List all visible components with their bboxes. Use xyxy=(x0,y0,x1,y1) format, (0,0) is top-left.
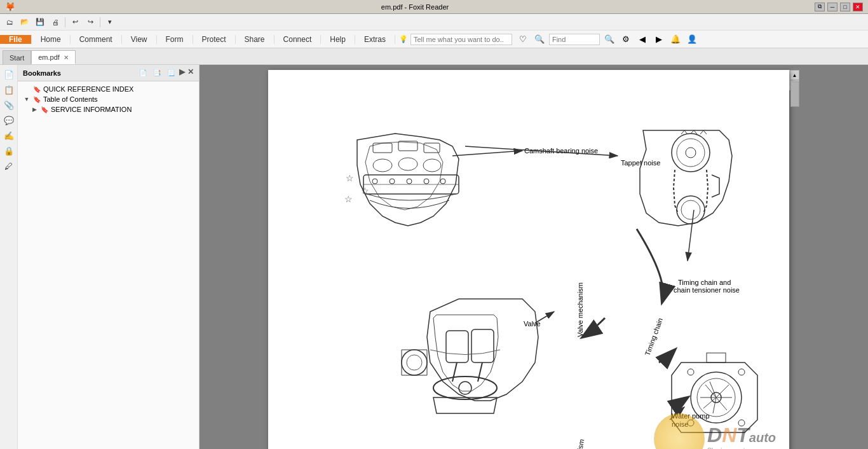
close-btn[interactable]: ✕ xyxy=(853,3,863,11)
tab-home[interactable]: Home xyxy=(32,35,71,44)
left-engine-top: ☆ ☆ ☆ xyxy=(344,134,459,226)
favorites-btn[interactable]: ♡ xyxy=(516,32,530,46)
attachments-icon[interactable]: 📎 xyxy=(2,98,16,112)
ribbon: File Home Comment View Form Protect Shar… xyxy=(0,31,868,48)
window-title: em.pdf - Foxit Reader xyxy=(15,3,815,11)
help-search-area: 💡 xyxy=(395,34,516,45)
customize-btn[interactable]: ▾ xyxy=(103,16,117,29)
help-search-input[interactable] xyxy=(410,34,512,45)
svg-point-9 xyxy=(390,179,395,184)
bookmark-quick-ref[interactable]: 🔖 QUICK REFERENCE INDEX xyxy=(18,84,199,94)
signatures-icon[interactable]: ✍ xyxy=(2,128,16,142)
bookmark-label-toc: Table of Contents xyxy=(43,95,98,103)
find-input[interactable] xyxy=(549,34,600,45)
svg-rect-27 xyxy=(471,329,494,363)
right-engine-top xyxy=(640,130,732,226)
tab-protect[interactable]: Protect xyxy=(193,35,236,44)
tab-share[interactable]: Share xyxy=(236,35,275,44)
svg-line-28 xyxy=(452,363,457,382)
close-tab-btn[interactable]: ✕ xyxy=(64,54,69,61)
open-btn[interactable]: 📂 xyxy=(18,16,32,29)
prev-btn[interactable]: ◀ xyxy=(635,32,649,46)
engine-diagram: ☆ ☆ ☆ Camshaft bearing noise Tappet nois… xyxy=(281,83,776,449)
minimize-btn[interactable]: ─ xyxy=(827,3,837,11)
tab-em-pdf[interactable]: em.pdf ✕ xyxy=(31,50,76,64)
tab-extras[interactable]: Extras xyxy=(355,35,395,44)
svg-point-31 xyxy=(459,382,471,394)
expand-toc[interactable]: ▼ xyxy=(23,95,31,103)
bookmarks-sidebar: Bookmarks 📄 📑 📃 ▶ ✕ 🔖 QUICK REFERENCE IN… xyxy=(18,65,200,449)
expand-service[interactable]: ▶ xyxy=(31,106,38,113)
comments-icon[interactable]: 💬 xyxy=(2,113,16,127)
tab-help[interactable]: Help xyxy=(321,35,355,44)
next-btn[interactable]: ▶ xyxy=(652,32,666,46)
svg-point-30 xyxy=(433,376,497,399)
scroll-thumb[interactable] xyxy=(790,81,799,107)
redo-btn[interactable]: ↪ xyxy=(83,16,97,29)
label-valve-mech: Valve mechanism xyxy=(576,282,584,337)
svg-point-18 xyxy=(672,134,710,172)
maximize-btn[interactable]: □ xyxy=(840,3,850,11)
svg-rect-41 xyxy=(707,353,726,363)
scroll-up-btn[interactable]: ▲ xyxy=(790,70,799,80)
svg-line-23 xyxy=(688,210,694,261)
print-btn[interactable]: 🖨 xyxy=(48,16,62,29)
watermark-logo: DNTauto xyxy=(707,424,776,447)
tab-comment[interactable]: Comment xyxy=(71,35,122,44)
left-icon-rail: 📄 📋 📎 💬 ✍ 🔒 🖊 xyxy=(0,65,18,449)
svg-point-38 xyxy=(738,369,745,375)
find-btn[interactable]: 🔍 xyxy=(532,32,546,46)
label-timing-chain-bottom: Timing chain xyxy=(644,317,664,356)
svg-point-4 xyxy=(398,158,417,170)
quick-toolbar: 🗂 📂 💾 🖨 ↩ ↪ ▾ xyxy=(0,14,868,31)
lock-icon[interactable]: 🔒 xyxy=(2,144,16,158)
svg-point-33 xyxy=(407,355,422,370)
watermark-circle xyxy=(654,413,705,449)
svg-text:chain tensioner noise: chain tensioner noise xyxy=(674,286,740,294)
bookmark-icon-2: 🔖 xyxy=(33,96,41,103)
bookmark-options-btn-3[interactable]: 📃 xyxy=(165,67,177,79)
svg-rect-26 xyxy=(446,331,468,363)
svg-point-32 xyxy=(402,350,427,375)
undo-btn[interactable]: ↩ xyxy=(68,16,82,29)
tab-connect[interactable]: Connect xyxy=(275,35,322,44)
svg-point-37 xyxy=(688,369,694,375)
restore-down-btn[interactable]: ⧉ xyxy=(815,3,825,11)
bookmark-toc[interactable]: ▼ 🔖 Table of Contents xyxy=(18,94,199,104)
sidebar-collapse-btn[interactable]: ▶ xyxy=(179,67,185,79)
search-btn[interactable]: 🔍 xyxy=(602,32,616,46)
svg-point-19 xyxy=(677,139,705,167)
window-controls: ⧉ ─ □ ✕ xyxy=(815,3,863,11)
sidebar-header-icons: 📄 📑 📃 ▶ ✕ xyxy=(137,67,194,79)
svg-point-8 xyxy=(372,179,377,184)
right-scrollbar[interactable]: ▲ ▼ xyxy=(789,70,799,90)
user-btn[interactable]: 👤 xyxy=(685,32,699,46)
bookmark-label-service: SERVICE INFORMATION xyxy=(51,106,132,113)
settings-btn[interactable]: ⚙ xyxy=(619,32,633,46)
svg-line-42 xyxy=(535,312,554,323)
tab-form[interactable]: Form xyxy=(157,35,193,44)
layers-icon[interactable]: 📋 xyxy=(2,83,16,97)
sidebar-close-btn[interactable]: ✕ xyxy=(187,67,194,79)
tab-start[interactable]: Start xyxy=(3,50,31,64)
separator-1 xyxy=(65,17,65,27)
sidebar-header: Bookmarks 📄 📑 📃 ▶ ✕ xyxy=(18,65,199,81)
watermark: DNTauto Sharing creates success xyxy=(654,413,776,449)
svg-text:☆: ☆ xyxy=(344,194,353,204)
save-btn[interactable]: 💾 xyxy=(33,16,47,29)
bookmark-label-quick-ref: QUICK REFERENCE INDEX xyxy=(43,85,133,93)
stamp-icon[interactable]: 🖊 xyxy=(2,159,16,173)
bookmark-options-btn-1[interactable]: 📄 xyxy=(137,67,149,79)
bookmark-service-info[interactable]: ▶ 🔖 SERVICE INFORMATION xyxy=(18,104,199,114)
tab-file[interactable]: File xyxy=(0,35,32,44)
page-icon[interactable]: 📄 xyxy=(2,67,16,81)
bookmark-options-btn-2[interactable]: 📑 xyxy=(151,67,163,79)
bookmark-icon-1: 🔖 xyxy=(33,86,41,93)
file-icon[interactable]: 🗂 xyxy=(3,16,17,29)
notification-area: ♡ 🔍 🔍 ⚙ ◀ ▶ 🔔 👤 xyxy=(516,32,703,46)
svg-point-10 xyxy=(407,179,412,184)
pdf-page: ☆ ☆ ☆ Camshaft bearing noise Tappet nois… xyxy=(268,70,789,449)
tab-view[interactable]: View xyxy=(122,35,157,44)
notifications-btn[interactable]: 🔔 xyxy=(668,32,682,46)
svg-point-3 xyxy=(373,159,392,172)
